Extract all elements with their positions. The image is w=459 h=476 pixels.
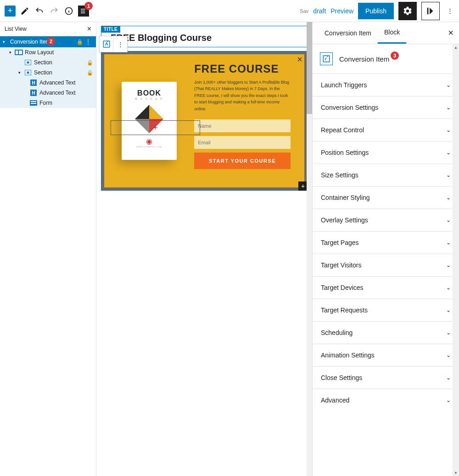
email-input[interactable] bbox=[194, 136, 291, 149]
chevron-down-icon: ⌄ bbox=[446, 352, 451, 358]
panel-overlay-settings[interactable]: Overlay Settings⌄ bbox=[313, 209, 459, 231]
badge-1: 1 bbox=[84, 2, 93, 10]
panel-label: Target Pages bbox=[321, 239, 359, 246]
chevron-down-icon: ⌄ bbox=[446, 397, 451, 403]
book-subtitle: M O C K U P bbox=[127, 97, 171, 100]
svg-point-5 bbox=[27, 62, 29, 64]
kadence-button[interactable] bbox=[421, 2, 440, 20]
tree-item-conversion[interactable]: ▾ Conversion Item 2 🔒 ⋮ bbox=[0, 36, 96, 47]
panel-target-devices[interactable]: Target Devices⌄ bbox=[313, 276, 459, 299]
panel-advanced[interactable]: Advanced⌄ bbox=[313, 389, 459, 411]
panel-target-pages[interactable]: Target Pages⌄ bbox=[313, 231, 459, 254]
info-icon[interactable] bbox=[63, 6, 74, 17]
panel-label: Scheduling bbox=[321, 329, 353, 336]
tree-item-advtext-1[interactable]: H Advanced Text bbox=[0, 78, 96, 88]
save-draft-link[interactable]: draft bbox=[313, 7, 326, 15]
chevron-down-icon[interactable]: ▾ bbox=[3, 40, 8, 44]
chevron-down-icon: ⌄ bbox=[446, 149, 451, 156]
panel-size-settings[interactable]: Size Settings⌄ bbox=[313, 164, 459, 186]
name-input[interactable] bbox=[194, 119, 291, 132]
tree-label: Row Layout bbox=[23, 49, 93, 56]
tab-conversion-item[interactable]: Conversion Item bbox=[318, 22, 378, 44]
panel-label: Position Settings bbox=[321, 149, 369, 156]
badge-3: 3 bbox=[391, 51, 399, 60]
chevron-down-icon[interactable]: ▾ bbox=[9, 50, 15, 55]
block-toolbar: ⋮ bbox=[99, 36, 128, 52]
panel-close-settings[interactable]: Close Settings⌄ bbox=[313, 366, 459, 389]
panel-label: Animation Settings bbox=[321, 351, 375, 359]
tree-item-form[interactable]: Form bbox=[0, 98, 96, 108]
sidebar-scrollbar[interactable]: ▲ ▼ bbox=[453, 44, 459, 476]
badge-2: 2 bbox=[47, 37, 55, 45]
undo-icon[interactable] bbox=[34, 6, 45, 17]
tree-item-section-1[interactable]: Section 🔒 bbox=[0, 57, 96, 68]
panel-launch-triggers[interactable]: Launch Triggers⌄ bbox=[313, 74, 459, 96]
preview-link[interactable]: Preview bbox=[330, 7, 353, 15]
redo-icon[interactable] bbox=[49, 6, 60, 17]
chevron-down-icon: ⌄ bbox=[446, 82, 451, 88]
scroll-up-icon[interactable]: ▲ bbox=[453, 44, 459, 51]
svg-rect-14 bbox=[31, 103, 36, 104]
block-header: Conversion Item 3 bbox=[313, 44, 459, 74]
tree-more-icon[interactable]: ⋮ bbox=[83, 38, 93, 45]
save-hint: Sav bbox=[300, 8, 308, 14]
panel-target-requests[interactable]: Target Requests⌄ bbox=[313, 299, 459, 321]
toolbar-right: Sav draft Preview Publish ⋮ bbox=[300, 2, 455, 20]
block-more-icon[interactable]: ⋮ bbox=[113, 36, 127, 52]
panel-label: Conversion Settings bbox=[321, 104, 378, 111]
listview-tree: ▾ Conversion Item 2 🔒 ⋮ ▾ Row Layout Sec… bbox=[0, 36, 96, 108]
lock-icon: 🔒 bbox=[87, 60, 93, 66]
top-toolbar: + 1 Sav draft Preview Publish ⋮ bbox=[0, 0, 459, 22]
chevron-down-icon: ⌄ bbox=[446, 374, 451, 381]
panel-repeat-control[interactable]: Repeat Control⌄ bbox=[313, 119, 459, 141]
heading-icon: H bbox=[29, 79, 38, 86]
edit-icon[interactable] bbox=[19, 6, 30, 17]
tab-block[interactable]: Block bbox=[378, 22, 406, 44]
settings-sidebar: Conversion Item Block × Conversion Item … bbox=[312, 22, 459, 476]
chevron-down-icon: ⌄ bbox=[446, 284, 451, 291]
title-block[interactable]: TITLE FREE Blogging Course bbox=[101, 26, 308, 47]
listview-close-icon[interactable]: × bbox=[87, 25, 91, 33]
panel-label: Overlay Settings bbox=[321, 216, 368, 224]
tree-item-advtext-2[interactable]: H Advanced Text bbox=[0, 88, 96, 98]
lock-icon: 🔒 bbox=[77, 39, 83, 45]
append-block-button[interactable]: + bbox=[298, 181, 308, 191]
chevron-down-icon: ⌄ bbox=[446, 127, 451, 133]
popup-content-col: FREE COURSE Join 1,000+ other bloggers t… bbox=[194, 54, 304, 187]
panel-container-styling[interactable]: Container Styling⌄ bbox=[313, 186, 459, 209]
panel-scheduling[interactable]: Scheduling⌄ bbox=[313, 321, 459, 344]
panel-position-settings[interactable]: Position Settings⌄ bbox=[313, 141, 459, 164]
panel-label: Container Styling bbox=[321, 194, 370, 201]
add-block-button[interactable]: + bbox=[5, 6, 16, 17]
toolbar-left: + 1 bbox=[5, 6, 89, 17]
block-type-icon[interactable] bbox=[100, 36, 113, 52]
more-menu-button[interactable]: ⋮ bbox=[444, 2, 455, 20]
tree-item-section-2[interactable]: ▾ Section 🔒 bbox=[0, 68, 96, 78]
insert-placeholder[interactable]: + bbox=[111, 120, 200, 135]
popup-close-icon[interactable]: × bbox=[297, 54, 302, 65]
publish-button[interactable]: Publish bbox=[358, 3, 394, 19]
scroll-down-icon[interactable]: ▼ bbox=[453, 470, 459, 476]
sidebar-close-icon[interactable]: × bbox=[448, 28, 453, 38]
tree-item-row-layout[interactable]: ▾ Row Layout bbox=[0, 47, 96, 57]
scrollbar-thumb[interactable] bbox=[307, 22, 312, 114]
cta-button[interactable]: START YOUR COURSE bbox=[194, 153, 291, 169]
listview-header: List View × bbox=[0, 22, 96, 36]
panel-label: Close Settings bbox=[321, 374, 362, 381]
panel-animation-settings[interactable]: Animation Settings⌄ bbox=[313, 344, 459, 366]
popup-block[interactable]: × BOOK M O C K U P ◉ WWW.EXAMPLE.COM bbox=[101, 51, 308, 191]
lock-icon: 🔒 bbox=[87, 70, 93, 76]
chevron-down-icon[interactable]: ▾ bbox=[18, 70, 24, 75]
panel-target-visitors[interactable]: Target Visitors⌄ bbox=[313, 254, 459, 276]
svg-point-7 bbox=[27, 72, 29, 74]
canvas-scrollbar[interactable] bbox=[307, 22, 312, 476]
chevron-down-icon: ⌄ bbox=[446, 239, 451, 246]
post-title[interactable]: FREE Blogging Course bbox=[101, 26, 307, 47]
section-icon bbox=[24, 69, 32, 76]
panel-conversion-settings[interactable]: Conversion Settings⌄ bbox=[313, 96, 459, 119]
chevron-down-icon: ⌄ bbox=[446, 194, 451, 201]
listview-toggle-button[interactable]: 1 bbox=[78, 6, 89, 17]
settings-button[interactable] bbox=[398, 2, 417, 20]
tree-label: Advanced Text bbox=[38, 90, 93, 96]
panel-label: Size Settings bbox=[321, 171, 358, 179]
